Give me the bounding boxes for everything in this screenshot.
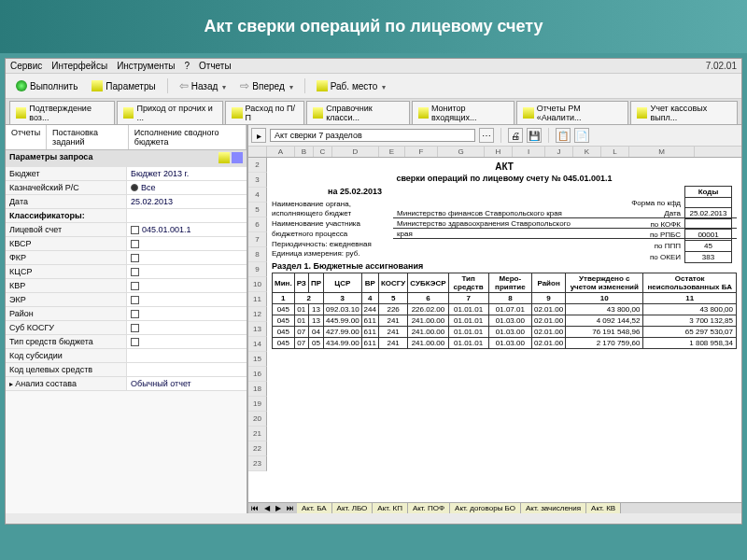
row-header[interactable]: 14: [248, 337, 267, 352]
col-header[interactable]: E: [379, 147, 405, 157]
row-header[interactable]: 23: [248, 456, 267, 471]
report-combo[interactable]: Акт сверки 7 разделов: [270, 129, 475, 142]
checkbox-icon[interactable]: [131, 254, 139, 262]
param-value[interactable]: [127, 321, 247, 334]
row-header[interactable]: 11: [248, 292, 267, 307]
col-header[interactable]: M: [629, 147, 695, 157]
sheet-tab[interactable]: Акт. зачисления: [521, 503, 586, 513]
checkbox-icon[interactable]: [131, 282, 139, 290]
menu-service[interactable]: Сервис: [10, 61, 42, 71]
left-tab-budget[interactable]: Исполнение сводного бюджета: [129, 125, 247, 149]
back-button[interactable]: Назад: [174, 77, 233, 95]
execute-button[interactable]: Выполнить: [10, 77, 83, 94]
row-header[interactable]: 8: [248, 247, 267, 262]
checkbox-icon[interactable]: [131, 310, 139, 318]
doc-tab-0[interactable]: Подтверждение воз...: [9, 101, 115, 124]
row-header[interactable]: 7: [248, 232, 267, 247]
param-value[interactable]: [127, 335, 247, 348]
left-tab-reports[interactable]: Отчеты: [6, 125, 47, 149]
menu-help[interactable]: ?: [184, 61, 190, 71]
sheet-tab[interactable]: Акт. ПОФ: [408, 503, 450, 513]
sheet-nav-prev[interactable]: ◀: [261, 503, 273, 513]
col-header[interactable]: I: [513, 147, 545, 157]
sheet-tab[interactable]: Акт. КП: [373, 503, 408, 513]
sheet-tab[interactable]: Акт. договоры БО: [450, 503, 521, 513]
param-value[interactable]: [127, 209, 247, 222]
expand-icon[interactable]: ▸: [251, 128, 266, 143]
row-header[interactable]: 22: [248, 441, 267, 456]
more-icon[interactable]: ⋯: [479, 128, 494, 143]
sheet-nav-last[interactable]: ⏭: [284, 503, 297, 513]
doc-tab-5[interactable]: Отчеты РМ «Аналити...: [516, 101, 628, 124]
checkbox-icon[interactable]: [131, 226, 139, 234]
row-header[interactable]: 9: [248, 262, 267, 277]
filter-icon[interactable]: [218, 152, 230, 163]
col-header[interactable]: K: [573, 147, 601, 157]
checkbox-icon[interactable]: [131, 240, 139, 248]
workplace-button[interactable]: Раб. место: [311, 77, 392, 94]
param-value[interactable]: 045.01.001.1: [127, 223, 247, 236]
col-header[interactable]: H: [485, 147, 513, 157]
sheet-tab[interactable]: Акт. ЛБО: [332, 503, 374, 513]
param-value[interactable]: [127, 293, 247, 306]
left-tab-tasks[interactable]: Постановка заданий: [47, 125, 129, 149]
param-value[interactable]: [127, 279, 247, 292]
param-value[interactable]: [127, 251, 247, 264]
doc-tab-6[interactable]: Учет кассовых выпл...: [630, 101, 738, 124]
menu-reports[interactable]: Отчеты: [199, 61, 232, 71]
menu-tools[interactable]: Инструменты: [117, 61, 175, 71]
spreadsheet[interactable]: ABCDEFGHIJKLM 23456789101112131415161819…: [248, 147, 741, 502]
row-header[interactable]: 6: [248, 217, 267, 232]
col-header[interactable]: F: [405, 147, 438, 157]
row-header[interactable]: 18: [248, 382, 267, 397]
checkbox-icon[interactable]: [131, 296, 139, 304]
row-header[interactable]: 4: [248, 188, 267, 203]
print-icon[interactable]: 🖨: [508, 128, 523, 143]
col-header[interactable]: L: [601, 147, 629, 157]
param-value[interactable]: Обычный отчет: [127, 377, 247, 390]
copy-icon[interactable]: 📋: [556, 128, 571, 143]
param-value[interactable]: Бюджет 2013 г.: [127, 167, 247, 180]
row-header[interactable]: 20: [248, 412, 267, 427]
row-header[interactable]: 3: [248, 173, 267, 188]
param-value[interactable]: 25.02.2013: [127, 195, 247, 208]
doc-tab-4[interactable]: Монитор входящих...: [412, 101, 515, 124]
param-value[interactable]: Все: [127, 181, 247, 194]
row-header[interactable]: 12: [248, 307, 267, 322]
row-header[interactable]: 19: [248, 397, 267, 412]
export-icon[interactable]: 📄: [574, 128, 589, 143]
param-value[interactable]: [127, 237, 247, 250]
col-header[interactable]: C: [314, 147, 332, 157]
sheet-tab[interactable]: Акт. БА: [297, 503, 332, 513]
row-header[interactable]: 5: [248, 203, 267, 217]
param-value[interactable]: [127, 307, 247, 320]
sheet-nav-next[interactable]: ▶: [273, 503, 284, 513]
checkbox-icon[interactable]: [131, 268, 139, 276]
save-icon[interactable]: 💾: [527, 128, 542, 143]
param-value[interactable]: [127, 363, 247, 376]
col-header[interactable]: D: [332, 147, 379, 157]
doc-tab-2[interactable]: Расход по П/П: [225, 101, 304, 124]
row-header[interactable]: 16: [248, 367, 267, 382]
cube-icon[interactable]: [232, 152, 243, 163]
params-button[interactable]: Параметры: [86, 77, 161, 94]
row-header[interactable]: 10: [248, 277, 267, 292]
sheet-tab[interactable]: Акт. КВ: [586, 503, 621, 513]
row-header[interactable]: 13: [248, 322, 267, 337]
row-header[interactable]: 2: [248, 158, 267, 173]
row-header[interactable]: 15: [248, 352, 267, 367]
doc-tab-3[interactable]: Справочник класси...: [306, 101, 410, 124]
checkbox-icon[interactable]: [131, 324, 139, 332]
row-header[interactable]: 21: [248, 427, 267, 441]
col-header[interactable]: B: [295, 147, 314, 157]
checkbox-icon[interactable]: [131, 338, 139, 346]
col-header[interactable]: G: [438, 147, 485, 157]
menu-interfaces[interactable]: Интерфейсы: [51, 61, 107, 71]
col-header[interactable]: J: [545, 147, 573, 157]
param-value[interactable]: [127, 265, 247, 278]
radio-icon[interactable]: [131, 184, 138, 191]
param-value[interactable]: [127, 349, 247, 362]
doc-tab-1[interactable]: Приход от прочих и ...: [117, 101, 223, 124]
forward-button[interactable]: Вперед: [234, 77, 298, 95]
col-header[interactable]: A: [267, 147, 295, 157]
